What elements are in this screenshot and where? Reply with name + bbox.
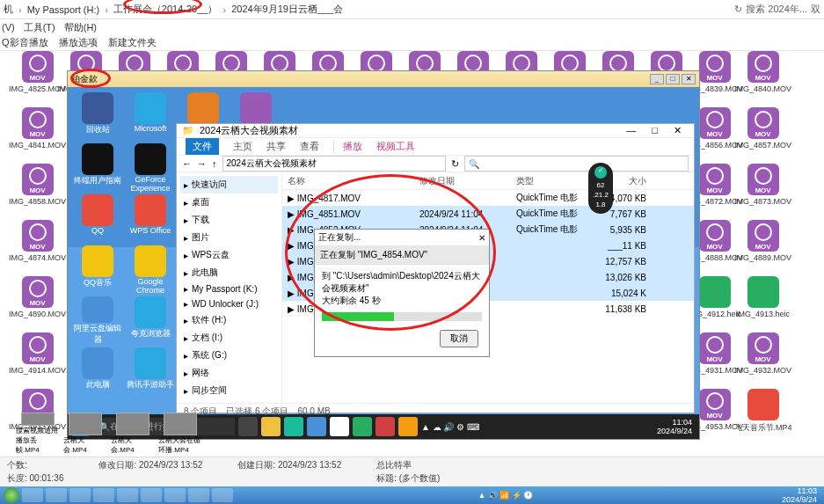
file-item[interactable]: MOVIMG_4889.MOV	[740, 220, 786, 271]
copy-close-icon[interactable]: ✕	[478, 233, 485, 243]
maximize-button[interactable]: □	[666, 74, 680, 84]
video-thumb[interactable]: 云栖大会.MP4	[63, 413, 107, 455]
ribbon-play[interactable]: 播放	[333, 140, 362, 153]
tool-qmedia[interactable]: Q影音播放	[2, 36, 48, 49]
edge-icon[interactable]	[284, 417, 303, 436]
refresh-icon[interactable]: ↻	[734, 4, 742, 15]
desktop-icon[interactable]: QQ音乐	[73, 245, 122, 295]
desktop-icon[interactable]: 此电脑	[73, 347, 122, 397]
file-item[interactable]: MOVIMG_4841.MOV	[14, 107, 61, 158]
file-item[interactable]: MOVIMG_4857.MOV	[740, 107, 786, 158]
task-view-icon[interactable]	[238, 417, 258, 436]
tb-app[interactable]	[141, 488, 162, 502]
cancel-button[interactable]: 取消	[440, 330, 478, 347]
performance-overlay[interactable]: ✓ 62 .21.2 1.8	[588, 163, 613, 214]
ribbon-file[interactable]: 文件	[186, 138, 219, 155]
ribbon-home[interactable]: 主页	[233, 140, 252, 153]
tb-app[interactable]	[164, 488, 186, 502]
bc-folder2[interactable]: 2024年9月19日云栖___会	[231, 3, 343, 16]
sidebar-item[interactable]: ▸ WPS云盘	[180, 246, 278, 264]
file-item[interactable]: PICIMG_4913.heic	[740, 276, 786, 327]
sidebar-item[interactable]: ▸ 软件 (H:)	[180, 311, 278, 329]
desktop-icon[interactable]: 回收站	[73, 92, 122, 142]
inner-clock[interactable]: 11:042024/9/24	[653, 418, 696, 435]
file-item[interactable]: MP4飞天音乐节.MP4	[740, 389, 786, 440]
tool-newfolder[interactable]: 新建文件夹	[108, 36, 157, 49]
video-thumb[interactable]: 云栖大会.MP4	[111, 413, 155, 455]
address-bar[interactable]	[222, 156, 447, 172]
desktop-icon[interactable]: QQ	[73, 194, 122, 244]
sidebar-item[interactable]: ▸ 图片	[180, 229, 278, 246]
pair-icon[interactable]: 双	[811, 3, 820, 16]
ribbon-share[interactable]: 共享	[266, 140, 286, 153]
outer-tray[interactable]: ▲ 🔊 📶 ⚡ 🕐	[478, 491, 534, 500]
file-item[interactable]: MOVIMG_4825.MOV	[14, 51, 61, 102]
app-icon-2[interactable]	[353, 417, 372, 436]
file-item[interactable]: MOVIMG_4932.MOV	[740, 332, 786, 383]
file-item[interactable]: MOVIMG_4914.MOV	[14, 332, 61, 383]
sidebar-item[interactable]: ▸ 下载	[180, 211, 278, 229]
close-button[interactable]: ✕	[682, 74, 696, 84]
desktop-icon[interactable]: 腾讯手游助手	[126, 347, 175, 397]
bc-drive[interactable]: My Passport (H:)	[27, 4, 100, 15]
search-label[interactable]: 搜索 2024年...	[746, 3, 807, 16]
sidebar-item[interactable]: ▸ 此电脑	[180, 264, 278, 281]
sidebar-item[interactable]: ▸ 桌面	[180, 194, 278, 211]
video-thumb[interactable]: 搜索视频通用播放丢帧.MP4	[16, 413, 60, 455]
app-icon[interactable]	[330, 417, 349, 436]
ribbon-tools[interactable]: 视频工具	[376, 140, 415, 153]
tb-app[interactable]	[69, 488, 91, 502]
forward-icon[interactable]: →	[197, 158, 207, 169]
file-item[interactable]: MOVIMG_4873.MOV	[740, 164, 786, 215]
tb-app[interactable]	[46, 488, 67, 502]
sidebar-item[interactable]: ▸ My Passport (K:)	[180, 281, 278, 296]
file-item[interactable]: MOVIMG_4858.MOV	[14, 164, 61, 215]
table-row[interactable]: ▶ IMG_4851.MOV2024/9/24 11:04QuickTime 电…	[282, 206, 694, 222]
app-icon-4[interactable]	[398, 417, 418, 436]
desktop-icon[interactable]: WPS Office	[126, 194, 175, 244]
minimize-button[interactable]: _	[650, 74, 664, 84]
tool-playopts[interactable]: 播放选项	[59, 36, 98, 49]
desktop-icon[interactable]: Google Chrome	[126, 245, 175, 295]
tb-app[interactable]	[93, 488, 114, 502]
desktop-icon[interactable]: GeForce Experience	[126, 143, 175, 193]
tb-app[interactable]	[22, 488, 43, 502]
sidebar-item[interactable]: ▸ 快速访问	[180, 176, 278, 194]
desktop-icon[interactable]: 终端用户指南	[73, 143, 122, 193]
tb-app[interactable]	[117, 488, 138, 502]
exp-close[interactable]: ✕	[667, 125, 689, 136]
col-date[interactable]: 修改日期	[414, 172, 511, 189]
bc-folder1[interactable]: 工作展会（2014-20__）	[113, 3, 218, 16]
menu-tools[interactable]: 工具(T)	[24, 21, 55, 34]
desktop-icon[interactable]: 夸克浏览器	[126, 296, 175, 346]
desktop-icon[interactable]: 阿里云盘编辑器	[73, 296, 122, 346]
start-orb[interactable]	[4, 487, 19, 503]
store-icon[interactable]	[307, 417, 326, 436]
sidebar-item[interactable]: ▸ 文档 (I:)	[180, 329, 278, 347]
file-item[interactable]: MOVIMG_4890.MOV	[14, 276, 61, 327]
explorer-search[interactable]	[464, 156, 689, 172]
table-row[interactable]: ▶ IMG_4817.MOVQuickTime 电影14,070 KB	[282, 190, 694, 206]
outer-clock[interactable]: 11:032024/9/24	[778, 486, 820, 504]
sidebar-item[interactable]: ▸ WD Unlocker (J:)	[180, 296, 278, 311]
col-name[interactable]: 名称	[282, 172, 414, 189]
desktop-icon[interactable]: Microsoft	[126, 92, 175, 142]
bc-machine[interactable]: 机	[4, 3, 13, 16]
menu-help[interactable]: 帮助(H)	[64, 21, 97, 34]
sidebar-item[interactable]: ▸ 同步空间	[180, 382, 278, 399]
tb-app[interactable]	[212, 488, 233, 502]
refresh-addr-icon[interactable]: ↻	[451, 158, 459, 170]
explorer-icon[interactable]	[261, 417, 281, 436]
ribbon-view[interactable]: 查看	[300, 140, 319, 153]
sidebar-item[interactable]: ▸ 系统 (G:)	[180, 347, 278, 364]
up-icon[interactable]: ↑	[212, 158, 217, 169]
back-icon[interactable]: ←	[182, 158, 192, 169]
video-thumb[interactable]: 云栖大会在循环播.MP4	[158, 413, 202, 455]
app-icon-3[interactable]	[376, 417, 395, 436]
file-item[interactable]: MOVIMG_4840.MOV	[740, 51, 786, 102]
system-tray[interactable]: ▲ ☁ 🔊 ⚙ ⌨	[421, 422, 479, 432]
menu-view[interactable]: (V)	[2, 22, 15, 33]
file-item[interactable]: MOVIMG_4874.MOV	[14, 220, 61, 271]
exp-minimize[interactable]: —	[619, 125, 643, 136]
sidebar-item[interactable]: ▸ 网络	[180, 364, 278, 382]
